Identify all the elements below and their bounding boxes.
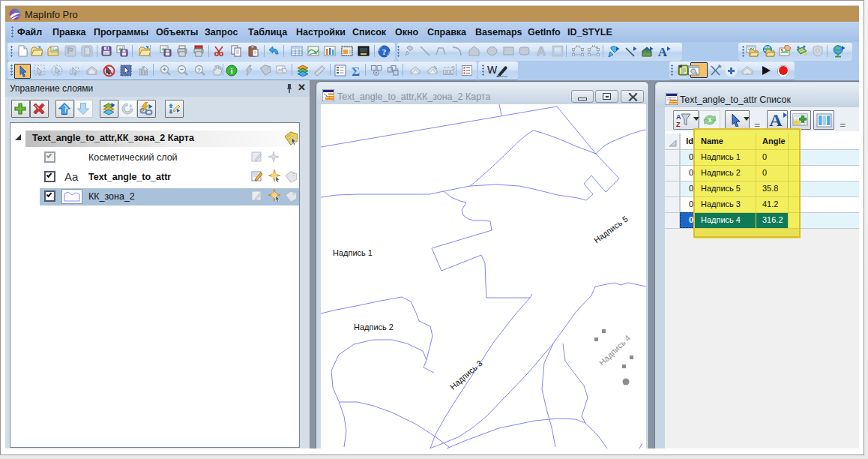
svg-text:Σ: Σ <box>352 64 360 77</box>
svg-text:Надпись 5: Надпись 5 <box>592 214 630 244</box>
svg-text:?: ? <box>197 67 201 74</box>
svg-text:5: 5 <box>452 65 455 70</box>
svg-text:A: A <box>769 111 783 129</box>
svg-text:A: A <box>676 113 681 121</box>
svg-text:Надпись 3: Надпись 3 <box>448 358 484 392</box>
svg-text:A: A <box>658 45 668 58</box>
svg-text:Z: Z <box>676 121 681 128</box>
svg-text:i: i <box>230 66 232 75</box>
svg-text:Надпись 4: Надпись 4 <box>597 333 632 367</box>
svg-text:Надпись 1: Надпись 1 <box>333 248 373 257</box>
svg-text:Надпись 2: Надпись 2 <box>354 322 394 332</box>
svg-text:?: ? <box>382 47 387 56</box>
svg-text:A: A <box>537 45 546 57</box>
